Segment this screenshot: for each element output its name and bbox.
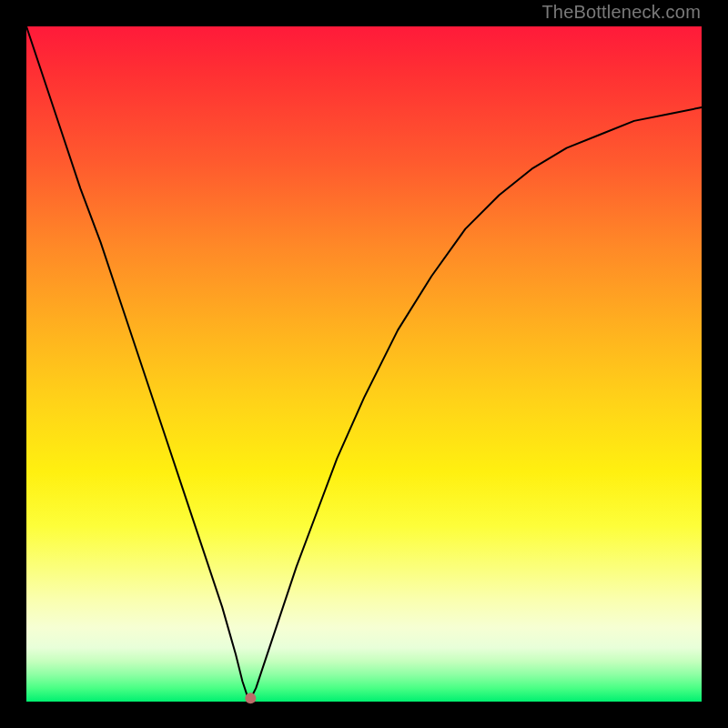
chart-frame: TheBottleneck.com — [0, 0, 728, 728]
bottleneck-curve — [26, 26, 702, 702]
curve-path — [26, 26, 702, 702]
minimum-marker — [245, 693, 256, 703]
watermark-text: TheBottleneck.com — [541, 2, 701, 23]
plot-area — [26, 26, 702, 702]
